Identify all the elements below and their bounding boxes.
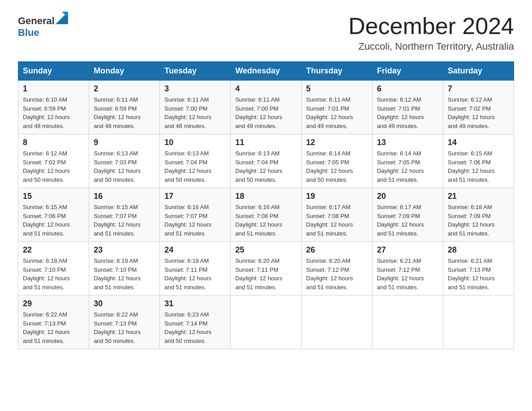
page-header: General Blue December 2024 Zuccoli, Nort… — [18, 13, 514, 52]
calendar-cell: 5 Sunrise: 6:11 AMSunset: 7:01 PMDayligh… — [301, 81, 372, 134]
day-number: 30 — [94, 299, 155, 308]
day-number: 8 — [23, 138, 84, 147]
day-info: Sunrise: 6:14 AMSunset: 7:05 PMDaylight:… — [377, 150, 424, 183]
day-number: 24 — [164, 245, 226, 255]
day-info: Sunrise: 6:20 AMSunset: 7:12 PMDaylight:… — [306, 257, 353, 291]
day-number: 5 — [306, 84, 368, 94]
day-info: Sunrise: 6:20 AMSunset: 7:11 PMDaylight:… — [235, 257, 282, 291]
location-title: Zuccoli, Northern Territory, Australia — [348, 41, 514, 52]
calendar-cell: 22 Sunrise: 6:18 AMSunset: 7:10 PMDaylig… — [18, 242, 89, 295]
day-info: Sunrise: 6:18 AMSunset: 7:10 PMDaylight:… — [23, 257, 70, 291]
day-header-thursday: Thursday — [301, 62, 372, 81]
calendar-cell: 29 Sunrise: 6:22 AMSunset: 7:13 PMDaylig… — [18, 295, 89, 349]
calendar-cell: 27 Sunrise: 6:21 AMSunset: 7:12 PMDaylig… — [372, 242, 443, 295]
day-info: Sunrise: 6:22 AMSunset: 7:13 PMDaylight:… — [94, 311, 141, 344]
calendar-cell — [443, 295, 514, 349]
day-info: Sunrise: 6:23 AMSunset: 7:14 PMDaylight:… — [164, 311, 211, 344]
calendar-week-row: 29 Sunrise: 6:22 AMSunset: 7:13 PMDaylig… — [18, 295, 514, 349]
calendar-cell: 11 Sunrise: 6:13 AMSunset: 7:04 PMDaylig… — [231, 134, 301, 188]
day-number: 15 — [23, 192, 84, 201]
day-number: 23 — [94, 245, 155, 255]
title-area: December 2024 Zuccoli, Northern Territor… — [348, 13, 514, 52]
logo-general: General — [18, 15, 55, 26]
calendar-cell: 24 Sunrise: 6:19 AMSunset: 7:11 PMDaylig… — [160, 242, 231, 295]
day-info: Sunrise: 6:22 AMSunset: 7:13 PMDaylight:… — [23, 311, 70, 344]
day-header-saturday: Saturday — [443, 62, 514, 81]
day-info: Sunrise: 6:11 AMSunset: 7:00 PMDaylight:… — [235, 96, 282, 129]
day-info: Sunrise: 6:13 AMSunset: 7:04 PMDaylight:… — [235, 150, 282, 183]
calendar-cell: 28 Sunrise: 6:21 AMSunset: 7:13 PMDaylig… — [443, 242, 514, 295]
calendar-cell: 30 Sunrise: 6:22 AMSunset: 7:13 PMDaylig… — [89, 295, 160, 349]
day-number: 31 — [164, 299, 226, 308]
calendar-cell: 20 Sunrise: 6:17 AMSunset: 7:09 PMDaylig… — [372, 188, 443, 242]
logo: General Blue — [18, 13, 68, 39]
calendar-header-row: SundayMondayTuesdayWednesdayThursdayFrid… — [18, 62, 514, 81]
day-number: 2 — [94, 84, 155, 94]
calendar-cell: 9 Sunrise: 6:13 AMSunset: 7:03 PMDayligh… — [89, 134, 160, 188]
day-number: 17 — [164, 192, 226, 201]
day-info: Sunrise: 6:14 AMSunset: 7:05 PMDaylight:… — [306, 150, 353, 183]
calendar-week-row: 1 Sunrise: 6:10 AMSunset: 6:59 PMDayligh… — [18, 81, 514, 134]
day-number: 18 — [235, 192, 296, 201]
calendar-cell: 13 Sunrise: 6:14 AMSunset: 7:05 PMDaylig… — [372, 134, 443, 188]
day-number: 19 — [306, 192, 368, 201]
calendar-cell: 26 Sunrise: 6:20 AMSunset: 7:12 PMDaylig… — [301, 242, 372, 295]
calendar-cell: 3 Sunrise: 6:11 AMSunset: 7:00 PMDayligh… — [160, 81, 231, 134]
day-number: 13 — [377, 138, 438, 147]
calendar-cell: 12 Sunrise: 6:14 AMSunset: 7:05 PMDaylig… — [301, 134, 372, 188]
calendar-table: SundayMondayTuesdayWednesdayThursdayFrid… — [18, 61, 514, 349]
calendar-cell: 7 Sunrise: 6:12 AMSunset: 7:02 PMDayligh… — [443, 81, 514, 134]
day-info: Sunrise: 6:21 AMSunset: 7:12 PMDaylight:… — [377, 257, 424, 291]
day-header-monday: Monday — [89, 62, 160, 81]
calendar-cell: 31 Sunrise: 6:23 AMSunset: 7:14 PMDaylig… — [160, 295, 231, 349]
day-number: 11 — [235, 138, 296, 147]
calendar-cell: 21 Sunrise: 6:18 AMSunset: 7:09 PMDaylig… — [443, 188, 514, 242]
day-info: Sunrise: 6:13 AMSunset: 7:03 PMDaylight:… — [94, 150, 141, 183]
calendar-cell: 15 Sunrise: 6:15 AMSunset: 7:06 PMDaylig… — [18, 188, 89, 242]
day-info: Sunrise: 6:11 AMSunset: 7:00 PMDaylight:… — [164, 96, 211, 129]
calendar-cell — [372, 295, 443, 349]
day-info: Sunrise: 6:17 AMSunset: 7:08 PMDaylight:… — [306, 204, 353, 237]
day-number: 4 — [235, 84, 296, 94]
day-info: Sunrise: 6:12 AMSunset: 7:02 PMDaylight:… — [23, 150, 70, 183]
day-info: Sunrise: 6:21 AMSunset: 7:13 PMDaylight:… — [448, 257, 495, 291]
calendar-cell: 17 Sunrise: 6:16 AMSunset: 7:07 PMDaylig… — [160, 188, 231, 242]
day-info: Sunrise: 6:16 AMSunset: 7:08 PMDaylight:… — [235, 204, 282, 237]
calendar-cell — [231, 295, 301, 349]
day-info: Sunrise: 6:15 AMSunset: 7:06 PMDaylight:… — [448, 150, 495, 183]
day-header-tuesday: Tuesday — [160, 62, 231, 81]
day-info: Sunrise: 6:19 AMSunset: 7:11 PMDaylight:… — [164, 257, 211, 291]
day-info: Sunrise: 6:18 AMSunset: 7:09 PMDaylight:… — [448, 204, 495, 237]
day-info: Sunrise: 6:11 AMSunset: 6:59 PMDaylight:… — [94, 96, 141, 129]
calendar-week-row: 15 Sunrise: 6:15 AMSunset: 7:06 PMDaylig… — [18, 188, 514, 242]
day-number: 12 — [306, 138, 368, 147]
day-info: Sunrise: 6:16 AMSunset: 7:07 PMDaylight:… — [164, 204, 211, 237]
day-info: Sunrise: 6:17 AMSunset: 7:09 PMDaylight:… — [377, 204, 424, 237]
calendar-week-row: 22 Sunrise: 6:18 AMSunset: 7:10 PMDaylig… — [18, 242, 514, 295]
day-number: 14 — [448, 138, 509, 147]
day-number: 25 — [235, 245, 296, 255]
day-info: Sunrise: 6:15 AMSunset: 7:07 PMDaylight:… — [94, 204, 141, 237]
day-number: 1 — [23, 84, 84, 94]
day-info: Sunrise: 6:10 AMSunset: 6:59 PMDaylight:… — [23, 96, 70, 129]
day-number: 9 — [94, 138, 155, 147]
day-number: 20 — [377, 192, 438, 201]
calendar-cell — [301, 295, 372, 349]
day-info: Sunrise: 6:12 AMSunset: 7:02 PMDaylight:… — [448, 96, 495, 129]
day-number: 10 — [164, 138, 226, 147]
day-number: 16 — [94, 192, 155, 201]
calendar-cell: 16 Sunrise: 6:15 AMSunset: 7:07 PMDaylig… — [89, 188, 160, 242]
calendar-week-row: 8 Sunrise: 6:12 AMSunset: 7:02 PMDayligh… — [18, 134, 514, 188]
day-header-wednesday: Wednesday — [231, 62, 301, 81]
day-number: 28 — [448, 245, 509, 255]
logo-blue: Blue — [18, 27, 39, 38]
calendar-cell: 6 Sunrise: 6:12 AMSunset: 7:01 PMDayligh… — [372, 81, 443, 134]
calendar-cell: 1 Sunrise: 6:10 AMSunset: 6:59 PMDayligh… — [18, 81, 89, 134]
calendar-cell: 23 Sunrise: 6:19 AMSunset: 7:10 PMDaylig… — [89, 242, 160, 295]
calendar-cell: 18 Sunrise: 6:16 AMSunset: 7:08 PMDaylig… — [231, 188, 301, 242]
calendar-cell: 2 Sunrise: 6:11 AMSunset: 6:59 PMDayligh… — [89, 81, 160, 134]
day-info: Sunrise: 6:13 AMSunset: 7:04 PMDaylight:… — [164, 150, 211, 183]
calendar-cell: 4 Sunrise: 6:11 AMSunset: 7:00 PMDayligh… — [231, 81, 301, 134]
logo-icon — [56, 12, 68, 24]
day-number: 6 — [377, 84, 438, 94]
